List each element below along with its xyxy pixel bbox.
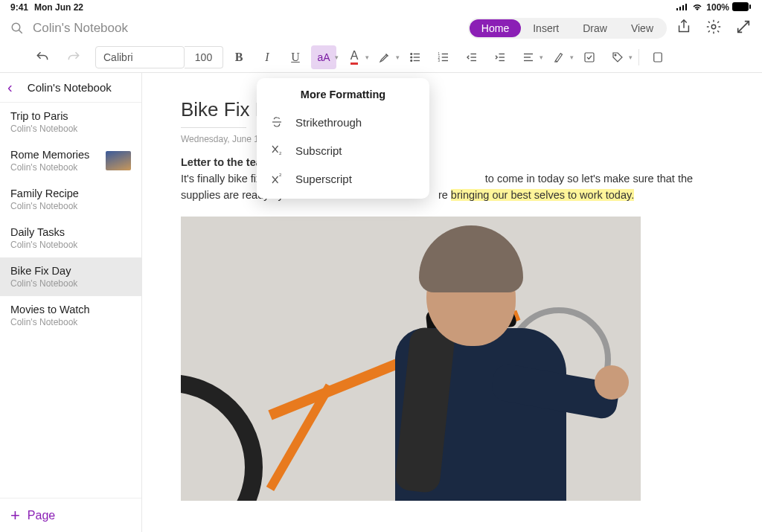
number-list-button[interactable]: 123 <box>431 45 456 69</box>
ribbon-tabs: Home Insert Draw View <box>468 18 667 39</box>
battery-icon <box>732 2 752 13</box>
strikethrough-item[interactable]: Strikethrough <box>257 108 429 136</box>
font-color-button[interactable]: A <box>342 45 367 69</box>
svg-rect-5 <box>749 4 751 9</box>
cellular-icon <box>676 2 688 13</box>
svg-rect-4 <box>732 2 749 11</box>
redo-button[interactable] <box>61 45 86 69</box>
svg-rect-3 <box>685 4 687 10</box>
font-selector[interactable]: Calibri <box>95 46 185 68</box>
subscript-icon: 2 <box>270 144 284 157</box>
highlighted-text: bringing our best selves to work today. <box>451 189 634 201</box>
dropdown-label: Superscript <box>295 173 352 185</box>
strikethrough-icon <box>270 115 284 129</box>
note-title: Trip to Paris <box>10 110 131 122</box>
undo-button[interactable] <box>30 45 55 69</box>
note-title: Family Recipe <box>10 188 131 199</box>
note-subtitle: Colin's Notebook <box>10 201 131 211</box>
chevron-down-icon: ▾ <box>365 54 369 61</box>
header: Colin's Notebook Home Insert Draw View <box>0 15 762 42</box>
note-subtitle: Colin's Notebook <box>10 317 131 327</box>
underline-button[interactable]: U <box>283 45 308 69</box>
svg-line-7 <box>19 30 22 33</box>
todo-button[interactable] <box>577 45 602 69</box>
note-item[interactable]: Family RecipeColin's Notebook <box>0 180 141 219</box>
svg-rect-2 <box>682 5 684 10</box>
more-formatting-button[interactable]: aA <box>311 45 336 69</box>
svg-rect-1 <box>679 7 681 10</box>
tab-draw[interactable]: Draw <box>571 19 619 37</box>
outdent-button[interactable] <box>459 45 484 69</box>
subscript-item[interactable]: 2 Subscript <box>257 136 429 164</box>
svg-rect-32 <box>654 53 662 62</box>
note-item[interactable]: Rome MemoriesColin's Notebook <box>0 141 141 180</box>
plus-icon: + <box>10 506 20 525</box>
sidebar: ‹ Colin's Notebook Trip to ParisColin's … <box>0 73 142 532</box>
status-bar: 9:41 Mon Jun 22 100% <box>0 0 762 15</box>
status-date: Mon Jun 22 <box>34 2 83 13</box>
more-formatting-dropdown: More Formatting Strikethrough 2 Subscrip… <box>257 78 429 199</box>
superscript-item[interactable]: 2 Superscript <box>257 164 429 193</box>
content-text: to come in today so let's make sure that… <box>485 173 693 185</box>
back-button[interactable]: ‹ <box>7 79 13 96</box>
font-size-selector[interactable]: 100 <box>185 46 223 68</box>
add-page-button[interactable]: + Page <box>0 498 141 532</box>
svg-rect-0 <box>676 8 678 10</box>
status-time: 9:41 <box>10 2 28 13</box>
tags-button[interactable] <box>605 45 630 69</box>
note-item[interactable]: Trip to ParisColin's Notebook <box>0 103 141 141</box>
superscript-icon: 2 <box>270 172 284 185</box>
bold-button[interactable]: B <box>226 45 252 69</box>
note-title: Daily Tasks <box>10 226 131 238</box>
bullet-list-button[interactable] <box>403 45 428 69</box>
chevron-down-icon: ▾ <box>540 54 543 61</box>
note-thumbnail <box>106 151 131 170</box>
svg-point-9 <box>411 53 412 54</box>
sidebar-title: Colin's Notebook <box>19 81 121 94</box>
note-subtitle: Colin's Notebook <box>10 162 100 173</box>
gear-icon[interactable] <box>705 19 722 38</box>
chevron-down-icon: ▾ <box>335 54 339 61</box>
svg-point-11 <box>411 60 412 61</box>
title-underline <box>181 127 246 128</box>
tab-home[interactable]: Home <box>470 19 521 37</box>
notebook-name[interactable]: Colin's Notebook <box>33 21 459 36</box>
note-item-selected[interactable]: Bike Fix DayColin's Notebook <box>0 257 141 296</box>
dropdown-label: Strikethrough <box>295 116 362 129</box>
note-title: Movies to Watch <box>10 304 131 315</box>
wifi-icon <box>691 2 703 13</box>
chevron-down-icon: ▾ <box>570 54 574 61</box>
note-list: Trip to ParisColin's Notebook Rome Memor… <box>0 103 141 498</box>
tab-insert[interactable]: Insert <box>521 19 571 37</box>
svg-point-8 <box>711 25 716 29</box>
note-title: Bike Fix Day <box>10 265 131 277</box>
svg-point-10 <box>411 57 412 58</box>
tab-view[interactable]: View <box>619 19 665 37</box>
note-subtitle: Colin's Notebook <box>10 124 131 134</box>
svg-point-31 <box>615 54 616 56</box>
indent-button[interactable] <box>487 45 513 69</box>
embedded-image[interactable]: go team ! ☆ <box>181 217 641 501</box>
svg-point-6 <box>12 23 20 31</box>
styles-button[interactable] <box>546 45 572 69</box>
share-icon[interactable] <box>676 19 692 38</box>
dropdown-label: Subscript <box>295 144 342 157</box>
content-text: re <box>438 189 451 201</box>
battery-pct: 100% <box>706 2 729 13</box>
search-icon[interactable] <box>10 22 24 35</box>
page-canvas[interactable]: Bike Fix Day Wednesday, June 17, 2020 Le… <box>142 73 762 532</box>
chevron-down-icon: ▾ <box>629 54 633 61</box>
svg-text:3: 3 <box>438 59 441 63</box>
note-subtitle: Colin's Notebook <box>10 278 131 289</box>
note-subtitle: Colin's Notebook <box>10 240 131 250</box>
page-view-button[interactable] <box>645 45 670 69</box>
dropdown-header: More Formatting <box>257 89 429 108</box>
italic-button[interactable]: I <box>254 45 280 69</box>
sidebar-header: ‹ Colin's Notebook <box>0 73 141 103</box>
chevron-down-icon: ▾ <box>396 54 400 61</box>
note-item[interactable]: Daily TasksColin's Notebook <box>0 219 141 257</box>
note-item[interactable]: Movies to WatchColin's Notebook <box>0 296 141 335</box>
fullscreen-icon[interactable] <box>735 19 752 38</box>
paragraph-format-button[interactable] <box>516 45 541 69</box>
highlight-button[interactable] <box>372 45 397 69</box>
